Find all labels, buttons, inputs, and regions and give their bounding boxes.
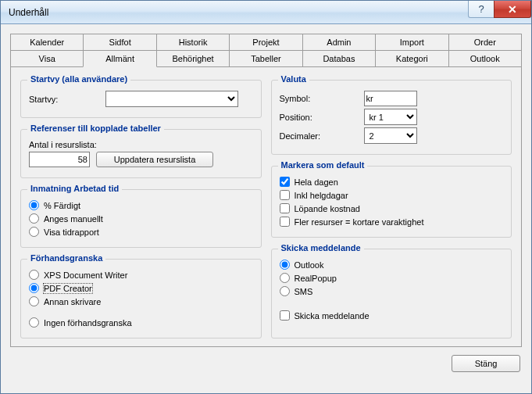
check-inkl-helg[interactable]: [280, 190, 290, 200]
tab-projekt[interactable]: Projekt: [229, 34, 302, 50]
window-close-button[interactable]: ✕: [494, 1, 531, 18]
check-hela-dagen[interactable]: [280, 177, 290, 187]
group-forhandsgranska: Förhandsgranska XPS Document Writer PDF …: [20, 259, 262, 338]
group-valuta: Valuta Symbol: Position: kr 1 De: [271, 80, 512, 155]
antal-resurslista-label: Antal i resurslista:: [29, 140, 97, 149]
tab-visa[interactable]: Visa: [10, 50, 84, 66]
radio-pdf-creator-label: PDF Creator: [44, 284, 92, 293]
radio-pdf-creator[interactable]: [29, 283, 39, 293]
group-inmatning: Inmatning Arbetad tid % Färdigt Anges ma…: [20, 189, 262, 248]
radio-ingen[interactable]: [29, 317, 39, 328]
radio-outlook-label: Outlook: [295, 260, 324, 270]
right-column: Valuta Symbol: Position: kr 1 De: [271, 75, 512, 338]
titlebar: Underhåll ? ✕: [1, 1, 531, 24]
radio-manuellt-label: Anges manuellt: [44, 214, 103, 224]
tab-control: Kalender Sidfot Historik Projekt Admin I…: [10, 34, 522, 347]
check-fler-resurser-label: Fler resurser = kortare varaktighet: [295, 217, 424, 227]
tab-sidfot[interactable]: Sidfot: [83, 34, 156, 50]
group-forhandsgranska-legend: Förhandsgranska: [27, 253, 105, 263]
radio-ingen-label: Ingen förhandsgranska: [44, 318, 132, 328]
check-skicka-meddelande-label: Skicka meddelande: [295, 311, 370, 321]
tab-outlook[interactable]: Outlook: [448, 50, 522, 66]
tab-admin[interactable]: Admin: [302, 34, 376, 50]
radio-fardigt-label: % Färdigt: [44, 201, 80, 210]
window-buttons: ? ✕: [469, 1, 531, 18]
radio-tidrapport-label: Visa tidrapport: [44, 227, 99, 237]
check-skicka-meddelande[interactable]: [280, 310, 290, 321]
radio-outlook[interactable]: [280, 260, 290, 270]
position-select[interactable]: kr 1: [364, 109, 417, 125]
radio-annan-label: Annan skrivare: [44, 297, 101, 306]
dialog-window: Underhåll ? ✕ Kalender Sidfot Historik P…: [0, 0, 532, 394]
startvy-label: Startvy:: [29, 95, 99, 104]
tab-kategori[interactable]: Kategori: [375, 50, 448, 66]
group-referenser-legend: Referenser till kopplade tabeller: [27, 124, 164, 133]
radio-sms[interactable]: [280, 286, 290, 296]
group-markera: Markera som default Hela dagen Inkl helg…: [271, 166, 512, 238]
left-column: Startvy (alla användare) Startvy: Refere…: [20, 75, 262, 338]
tab-row-1: Kalender Sidfot Historik Projekt Admin I…: [10, 34, 522, 50]
radio-sms-label: SMS: [295, 287, 313, 296]
tab-panel: Startvy (alla användare) Startvy: Refere…: [10, 66, 522, 347]
radio-manuellt[interactable]: [29, 213, 39, 224]
group-startvy: Startvy (alla användare) Startvy:: [20, 80, 262, 118]
tab-kalender[interactable]: Kalender: [10, 34, 84, 50]
tab-order[interactable]: Order: [448, 34, 522, 50]
symbol-input[interactable]: [364, 91, 417, 106]
check-lopande[interactable]: [280, 203, 290, 213]
decimaler-label: Decimaler:: [280, 131, 358, 141]
group-skicka: Skicka meddelande Outlook RealPopup SMS …: [271, 249, 512, 338]
check-hela-dagen-label: Hela dagen: [295, 177, 338, 187]
symbol-label: Symbol:: [280, 94, 358, 103]
radio-fardigt[interactable]: [29, 200, 39, 210]
radio-annan[interactable]: [29, 296, 39, 306]
group-valuta-legend: Valuta: [278, 74, 309, 84]
tab-databas[interactable]: Databas: [302, 50, 376, 66]
radio-xps-label: XPS Document Writer: [44, 270, 127, 280]
group-skicka-legend: Skicka meddelande: [278, 243, 364, 253]
uppdatera-resurslista-button[interactable]: Uppdatera resurslista: [96, 152, 213, 167]
close-button[interactable]: Stäng: [452, 355, 520, 372]
tab-behorighet[interactable]: Behörighet: [156, 50, 230, 66]
radio-realpopup-label: RealPopup: [295, 274, 337, 283]
antal-resurslista-input[interactable]: [29, 152, 90, 167]
tab-allmant[interactable]: Allmänt: [83, 50, 156, 67]
startvy-select[interactable]: [105, 91, 238, 107]
check-inkl-helg-label: Inkl helgdagar: [295, 191, 348, 200]
group-inmatning-legend: Inmatning Arbetad tid: [27, 184, 122, 193]
tab-historik[interactable]: Historik: [156, 34, 230, 50]
tab-import[interactable]: Import: [375, 34, 448, 50]
group-startvy-legend: Startvy (alla användare): [27, 74, 130, 84]
client-area: Kalender Sidfot Historik Projekt Admin I…: [1, 24, 531, 393]
radio-xps[interactable]: [29, 270, 39, 280]
tab-row-2: Visa Allmänt Behörighet Tabeller Databas…: [10, 50, 522, 66]
window-title: Underhåll: [9, 7, 48, 18]
position-label: Position:: [280, 113, 358, 122]
radio-tidrapport[interactable]: [29, 227, 39, 237]
decimaler-select[interactable]: 2: [364, 127, 417, 144]
dialog-footer: Stäng: [10, 347, 522, 372]
help-button[interactable]: ?: [468, 1, 495, 18]
group-markera-legend: Markera som default: [278, 160, 368, 170]
radio-realpopup[interactable]: [280, 273, 290, 283]
check-lopande-label: Löpande kostnad: [295, 204, 360, 213]
group-referenser: Referenser till kopplade tabeller Antal …: [20, 129, 262, 178]
check-fler-resurser[interactable]: [280, 217, 290, 227]
tab-tabeller[interactable]: Tabeller: [229, 50, 302, 66]
